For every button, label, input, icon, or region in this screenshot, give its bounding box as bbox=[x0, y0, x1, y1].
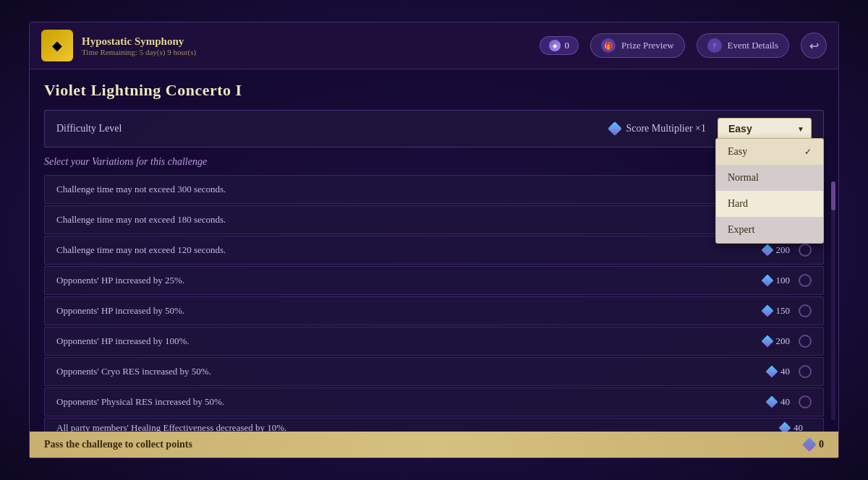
points-value: 150 bbox=[776, 305, 791, 317]
challenge-text: Opponents' HP increased by 100%. bbox=[56, 335, 746, 347]
bottom-bar-text: Pass the challenge to collect points bbox=[44, 439, 804, 450]
content-area: Violet Lightning Concerto I Difficulty L… bbox=[30, 69, 838, 450]
main-panel: ◆ Hypostatic Symphony Time Remaining: 5 … bbox=[29, 22, 839, 458]
points-value: 200 bbox=[776, 335, 791, 347]
challenge-row: Challenge time may not exceed 180 second… bbox=[44, 205, 824, 234]
challenge-points: 40 bbox=[746, 366, 790, 377]
outer-container: ◆ Hypostatic Symphony Time Remaining: 5 … bbox=[0, 0, 868, 480]
page-title: Violet Lightning Concerto I bbox=[44, 81, 824, 100]
prize-preview-label: Prize Preview bbox=[621, 40, 674, 51]
challenge-row: Challenge time may not exceed 120 second… bbox=[44, 236, 824, 265]
back-button[interactable]: ↩ bbox=[801, 33, 827, 59]
dropdown-item-expert[interactable]: Expert bbox=[716, 217, 823, 243]
back-icon: ↩ bbox=[809, 39, 819, 53]
prize-icon: 🎁 bbox=[601, 38, 616, 53]
difficulty-row: Difficulty Level Score Multiplier ×1 Eas… bbox=[44, 110, 824, 147]
event-details-label: Event Details bbox=[728, 40, 778, 51]
prize-preview-button[interactable]: 🎁 Prize Preview bbox=[590, 33, 685, 58]
dropdown-label: Easy bbox=[728, 146, 747, 158]
challenge-row: Opponents' HP increased by 100%. 200 bbox=[44, 327, 824, 356]
difficulty-dropdown: Easy ✓ Normal Hard Expert bbox=[715, 138, 824, 244]
challenge-points: 100 bbox=[746, 275, 790, 286]
challenge-text: Challenge time may not exceed 300 second… bbox=[56, 184, 746, 195]
challenge-text: Challenge time may not exceed 180 second… bbox=[56, 214, 746, 226]
scrollbar-track[interactable] bbox=[831, 181, 835, 420]
dropdown-item-hard[interactable]: Hard bbox=[716, 191, 823, 217]
points-value: 40 bbox=[780, 396, 790, 408]
event-subtitle: Time Remaining: 5 day(s) 9 hour(s) bbox=[82, 48, 531, 56]
points-gem-icon bbox=[761, 275, 773, 287]
challenge-text: Opponents' Physical RES increased by 50%… bbox=[56, 396, 746, 408]
challenge-radio[interactable] bbox=[799, 335, 812, 348]
bottom-gem-icon bbox=[802, 437, 817, 452]
points-value: 200 bbox=[776, 244, 791, 256]
currency-icon: ◆ bbox=[549, 40, 561, 51]
info-icon: ? bbox=[707, 38, 722, 53]
currency-badge: ◆ 0 bbox=[540, 36, 579, 55]
challenge-row: Challenge time may not exceed 300 second… bbox=[44, 175, 824, 204]
points-value: 100 bbox=[776, 275, 791, 286]
points-gem-icon bbox=[761, 335, 773, 348]
dropdown-label: Expert bbox=[728, 224, 754, 236]
difficulty-select-wrapper: Easy Normal Hard Expert ▼ bbox=[718, 118, 812, 140]
bottom-bar: Pass the challenge to collect points 0 bbox=[30, 432, 838, 458]
event-title: Hypostatic Symphony bbox=[82, 35, 531, 48]
header-actions: ◆ 0 🎁 Prize Preview ? Event Details ↩ bbox=[540, 33, 827, 59]
header: ◆ Hypostatic Symphony Time Remaining: 5 … bbox=[30, 22, 838, 69]
score-multiplier-text: Score Multiplier ×1 bbox=[626, 123, 706, 134]
bottom-points-value: 0 bbox=[819, 439, 824, 450]
challenge-points: 200 bbox=[746, 244, 790, 256]
currency-amount: 0 bbox=[565, 40, 570, 51]
difficulty-label: Difficulty Level bbox=[56, 123, 610, 134]
event-details-button[interactable]: ? Event Details bbox=[697, 33, 789, 58]
challenge-radio[interactable] bbox=[799, 304, 812, 317]
dropdown-item-easy[interactable]: Easy ✓ bbox=[716, 139, 823, 165]
points-gem-icon bbox=[766, 396, 778, 408]
scrollbar-thumb[interactable] bbox=[831, 181, 835, 210]
score-multiplier: Score Multiplier ×1 bbox=[610, 123, 706, 134]
challenge-radio[interactable] bbox=[799, 244, 812, 257]
challenge-text: Challenge time may not exceed 120 second… bbox=[56, 244, 746, 256]
challenge-list: Challenge time may not exceed 300 second… bbox=[44, 175, 824, 438]
header-title-block: Hypostatic Symphony Time Remaining: 5 da… bbox=[82, 35, 531, 56]
score-gem-icon bbox=[608, 121, 623, 136]
points-value: 40 bbox=[780, 366, 790, 377]
dropdown-label: Normal bbox=[728, 172, 759, 184]
challenge-points: 200 bbox=[746, 335, 790, 347]
challenge-text: Opponents' HP increased by 25%. bbox=[56, 275, 746, 286]
challenge-points: 40 bbox=[746, 396, 790, 408]
points-gem-icon bbox=[766, 366, 778, 378]
points-gem-icon bbox=[761, 305, 773, 317]
checkmark-icon: ✓ bbox=[804, 147, 812, 158]
header-logo: ◆ bbox=[41, 30, 73, 61]
challenge-text: Opponents' Cryo RES increased by 50%. bbox=[56, 366, 746, 377]
challenge-points: 150 bbox=[746, 305, 790, 317]
bottom-points: 0 bbox=[804, 439, 824, 450]
challenge-radio[interactable] bbox=[799, 395, 812, 408]
challenge-row: Opponents' Physical RES increased by 50%… bbox=[44, 387, 824, 416]
challenge-radio[interactable] bbox=[799, 274, 812, 287]
variations-heading: Select your Variations for this challeng… bbox=[44, 156, 824, 168]
dropdown-label: Hard bbox=[728, 198, 748, 210]
challenge-row: Opponents' Cryo RES increased by 50%. 40 bbox=[44, 357, 824, 386]
points-gem-icon bbox=[761, 244, 773, 257]
challenge-text: Opponents' HP increased by 50%. bbox=[56, 305, 746, 317]
challenge-radio[interactable] bbox=[799, 365, 812, 378]
challenge-row: Opponents' HP increased by 25%. 100 bbox=[44, 266, 824, 295]
dropdown-item-normal[interactable]: Normal bbox=[716, 165, 823, 191]
difficulty-select[interactable]: Easy Normal Hard Expert bbox=[718, 118, 812, 140]
challenge-row: Opponents' HP increased by 50%. 150 bbox=[44, 296, 824, 325]
